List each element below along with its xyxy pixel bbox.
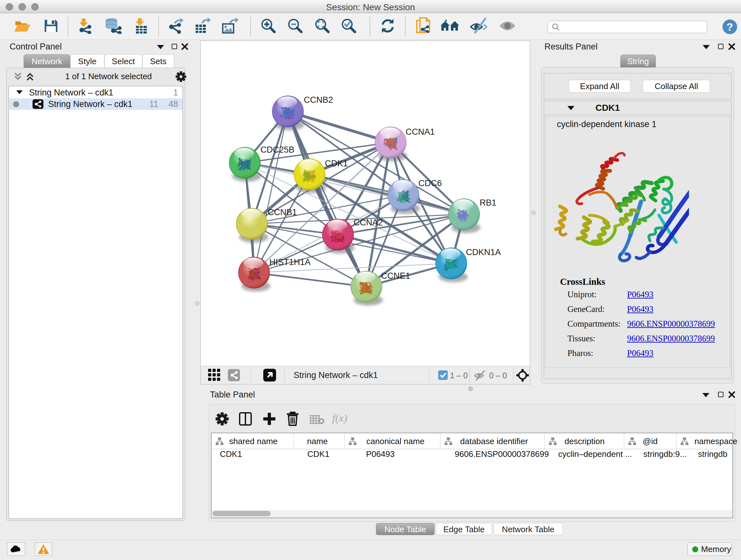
svg-text:CCNB2: CCNB2 — [304, 95, 333, 105]
svg-text:RB1: RB1 — [480, 198, 496, 207]
svg-text:CCNA2: CCNA2 — [354, 218, 383, 227]
svg-text:CCNA1: CCNA1 — [406, 127, 435, 137]
svg-text:CCNE1: CCNE1 — [381, 271, 410, 281]
svg-text:CDK1: CDK1 — [325, 159, 348, 168]
svg-text:CDC25B: CDC25B — [260, 145, 294, 154]
svg-text:CDC6: CDC6 — [418, 179, 442, 188]
svg-text:HIST1H1A: HIST1H1A — [269, 257, 311, 267]
svg-text:CCNB1: CCNB1 — [268, 207, 297, 217]
svg-text:CDKN1A: CDKN1A — [466, 247, 501, 257]
svg-text:?: ? — [727, 21, 733, 33]
